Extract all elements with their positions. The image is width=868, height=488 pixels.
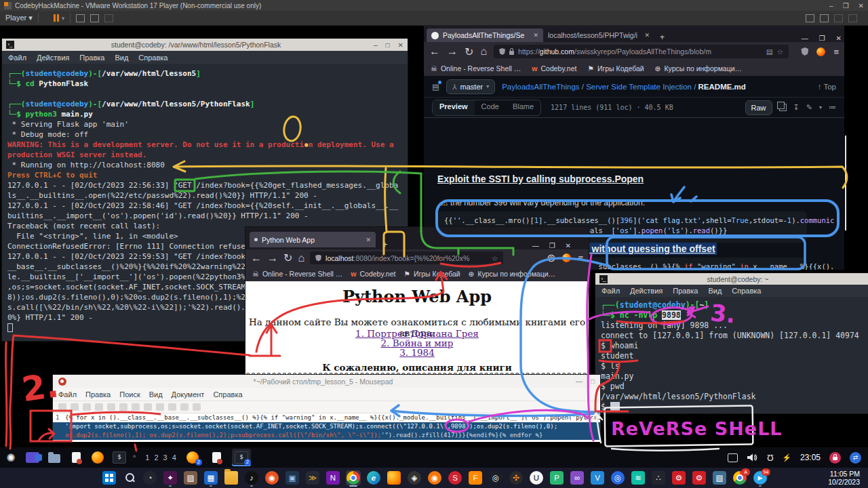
taskbar-icon-carrot[interactable]: ◉ xyxy=(427,470,442,485)
taskbar-icon-gear-red-2[interactable]: ⚙ xyxy=(692,470,707,485)
copy-file-icon[interactable] xyxy=(779,104,787,111)
vm-pause-caret[interactable]: ▾ xyxy=(62,15,65,22)
book-link-3[interactable]: 3. 1984 xyxy=(245,347,589,358)
forward-icon[interactable]: → xyxy=(447,45,458,58)
branch-selector[interactable]: Ymaster▾ xyxy=(446,79,495,94)
taskbar-icon-firefox[interactable] xyxy=(387,470,401,485)
menu-help[interactable]: Справка xyxy=(732,287,761,295)
taskbar-icon-maps[interactable]: ◎ xyxy=(610,470,625,485)
reload-icon[interactable]: ↻ xyxy=(465,45,473,58)
workspace-switcher[interactable]: 1 2 3 4 xyxy=(145,453,178,462)
menu-file[interactable]: Файл xyxy=(8,54,26,62)
taskbar-icon-slack[interactable]: ✦ xyxy=(163,470,178,485)
close-button[interactable]: ✕ xyxy=(398,41,403,49)
edit-caret-icon[interactable]: ▾ xyxy=(819,104,822,110)
tab-close-icon[interactable]: ✕ xyxy=(644,32,650,39)
save-icon[interactable] xyxy=(83,403,91,411)
vm-fullscreen-button[interactable] xyxy=(90,14,99,22)
heading-subprocess-popen[interactable]: Exploit the SSTI by calling subprocess.P… xyxy=(437,174,644,184)
vmware-close-button[interactable]: ✕ xyxy=(859,2,864,9)
taskbar-icon-vmware[interactable]: ≫ xyxy=(305,470,320,485)
menu-edit[interactable]: Правка xyxy=(85,390,111,399)
url-bar[interactable]: localhost:8080/index?book={%%20for%20x% … xyxy=(310,251,503,264)
terminal-launcher-icon[interactable]: $ xyxy=(111,449,127,466)
vm-devices-button[interactable] xyxy=(806,14,814,22)
taskbar-window-firefox[interactable]: 2 xyxy=(183,449,202,466)
vm-sound-button[interactable] xyxy=(820,14,829,22)
taskbar-icon-unreal[interactable]: U xyxy=(529,470,544,485)
taskbar-icon-kali[interactable]: ∴ xyxy=(651,470,666,485)
taskbar-icon-start[interactable] xyxy=(102,470,117,485)
outline-icon[interactable]: ≔ xyxy=(829,103,836,112)
taskbar-icon-search[interactable] xyxy=(122,470,137,485)
menu-view[interactable]: Вид xyxy=(115,54,128,62)
protections-icon[interactable] xyxy=(801,47,808,56)
taskbar-icon-gear-red-1[interactable]: ⚙ xyxy=(671,470,686,485)
taskbar-window-terminal[interactable]: $ 2 xyxy=(232,449,251,466)
host-clock[interactable]: 11:05 PM 10/2/2023 xyxy=(828,470,860,486)
panel-expand-icon[interactable]: ^ xyxy=(133,454,136,461)
tab-blame[interactable]: Blame xyxy=(506,100,540,115)
vmware-restore-button[interactable]: ❐ xyxy=(843,2,849,9)
tab-preview[interactable]: Preview xyxy=(433,100,475,115)
home-icon[interactable]: ⌂ xyxy=(480,45,487,58)
app-menu-icon[interactable]: ✺ xyxy=(3,449,19,466)
firefox-account-icon[interactable] xyxy=(562,253,571,262)
volume-icon[interactable] xyxy=(747,453,758,462)
minimize-button[interactable]: — xyxy=(576,378,583,385)
taskbar-icon-davinci[interactable]: ◈ xyxy=(407,470,422,485)
minimize-button[interactable]: — xyxy=(532,242,539,249)
save-as-icon[interactable] xyxy=(95,403,103,411)
terminal-nc-titlebar[interactable]: ›_ student@codeby: ~ xyxy=(595,273,868,285)
taskbar-icon-photos[interactable]: ▧ xyxy=(712,470,727,485)
taskbar-icon-speedtest[interactable]: ◔ xyxy=(142,470,157,485)
taskbar-icon-photo-viewer[interactable]: ▨ xyxy=(183,470,198,485)
vm-ctrl-alt-del-button[interactable] xyxy=(76,14,85,22)
taskbar-icon-file-explorer[interactable] xyxy=(224,470,239,485)
find-replace-icon[interactable] xyxy=(193,403,201,411)
bookmark-codeby[interactable]: wCodeby.net xyxy=(351,270,395,278)
menu-file[interactable]: Файл xyxy=(601,287,620,295)
bookmark-games[interactable]: ⚑Игры Кодебай xyxy=(587,64,644,73)
show-desktop-icon[interactable] xyxy=(24,449,41,466)
tab-close-icon[interactable]: ✕ xyxy=(366,237,371,243)
taskbar-icon-telegram[interactable]: ▶94 xyxy=(753,470,768,485)
edit-pencil-icon[interactable]: ✎ xyxy=(806,103,812,112)
taskbar-icon-music[interactable]: ♪ xyxy=(244,470,259,485)
breadcrumb-repo[interactable]: PayloadsAllTheThings xyxy=(502,83,579,91)
bookmark-star-icon[interactable]: ☆ xyxy=(777,47,783,56)
taskbar-window-mousepad[interactable] xyxy=(208,449,226,466)
maximize-button[interactable]: □ xyxy=(386,41,390,49)
new-tab-button[interactable]: + xyxy=(382,239,388,249)
pocket-icon[interactable]: ⊚ xyxy=(547,251,555,264)
menu-search[interactable]: Поиск xyxy=(119,390,140,399)
taskbar-icon-mimo[interactable]: ≋ xyxy=(631,470,646,485)
minimize-button[interactable]: – xyxy=(374,41,378,49)
window-list-icon[interactable] xyxy=(728,453,738,462)
bookmark-courses[interactable]: ⊕Курсы по информаци… xyxy=(469,270,555,278)
taskbar-icon-pycharm[interactable]: P xyxy=(549,470,564,485)
mousepad-titlebar[interactable]: *~/Рабочий стол/tmp_lesson_5 - Mousepad … xyxy=(53,375,600,388)
taskbar-icon-edge[interactable]: e xyxy=(366,470,381,485)
bookmark-star-icon[interactable]: ☆ xyxy=(492,254,498,262)
url-bar[interactable]: https://github.com/swisskyrepo/PayloadsA… xyxy=(494,45,789,58)
taskbar-icon-vscode[interactable]: V xyxy=(590,470,605,485)
download-icon[interactable]: ↧ xyxy=(793,103,800,112)
vmware-player-menu[interactable]: Player ▾ xyxy=(5,14,33,22)
tab-python-web-app[interactable]: Python Web App ✕ xyxy=(250,232,376,247)
bookmark-codeby[interactable]: wCodeby.net xyxy=(532,64,576,73)
menu-actions[interactable]: Действия xyxy=(37,54,69,62)
tab-close-icon[interactable]: ✕ xyxy=(533,32,538,39)
firefox-account-icon[interactable] xyxy=(816,47,825,56)
vm-pause-button[interactable] xyxy=(54,14,59,22)
back-icon[interactable]: ← xyxy=(251,252,262,264)
bookmark-reverse-shell[interactable]: ☠Online - Reverse Shell … xyxy=(252,270,342,279)
tab-code[interactable]: Code xyxy=(475,100,506,115)
menu-help[interactable]: Справка xyxy=(138,54,167,62)
find-icon[interactable] xyxy=(180,403,189,411)
close-button[interactable]: ✕ xyxy=(566,242,571,249)
taskbar-icon-calendar[interactable]: ▦ xyxy=(203,470,218,485)
taskbar-icon-chrome-profile[interactable]: A xyxy=(732,470,747,485)
taskbar-icon-ubuntu[interactable]: ◉ xyxy=(264,470,279,485)
raw-button[interactable]: Raw xyxy=(745,100,772,115)
